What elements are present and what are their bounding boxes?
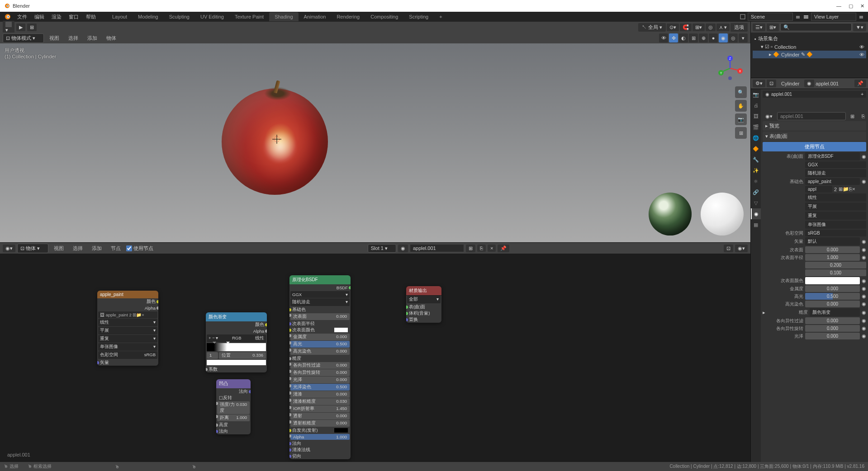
options-dropdown[interactable]: 选项: [730, 23, 748, 32]
aniso-r-value[interactable]: 0.000: [805, 325, 860, 332]
orientation-select[interactable]: ↖ 全局 ▾: [638, 23, 666, 32]
imgtex-colorspace[interactable]: 色彩空间sRGB: [98, 351, 157, 359]
tab-uv[interactable]: UV Editing: [195, 12, 229, 21]
mat-new-icon[interactable]: ⊞: [848, 113, 857, 120]
ne-select-menu[interactable]: 选择: [69, 244, 86, 253]
material-pin-icon[interactable]: 📌: [498, 245, 509, 252]
bsdf-out[interactable]: BSDF: [289, 284, 351, 291]
maximize-button[interactable]: ▢: [849, 3, 853, 9]
bump-height-in[interactable]: 高度: [216, 422, 251, 428]
bsdf-sss[interactable]: 随机游走▾: [290, 298, 350, 306]
bsdf-ior[interactable]: IOR折射率1.450: [290, 405, 350, 412]
tab-scripting[interactable]: Scripting: [403, 12, 434, 21]
bsdf-subsurf-r[interactable]: 次表面半径: [289, 320, 351, 327]
nav-gizmo[interactable]: X Y Z: [716, 55, 744, 82]
source-select[interactable]: 单张图像: [805, 221, 866, 229]
ramp-gradient[interactable]: [207, 343, 266, 351]
ol-scene-collection[interactable]: ▪ 场景集合: [753, 34, 866, 43]
menu-file[interactable]: 文件: [14, 12, 31, 22]
outliner-type-icon[interactable]: ☰▾: [753, 24, 765, 31]
repeat-select[interactable]: 重复: [805, 212, 866, 220]
toolbar-toggle[interactable]: ⊞: [27, 24, 37, 31]
selectability-icon[interactable]: 👁: [659, 33, 668, 42]
specular-value[interactable]: 0.500: [805, 293, 860, 300]
ramp-header[interactable]: 颜色渐变: [206, 312, 267, 321]
principled-bsdf-node[interactable]: 原理化BSDF BSDF GGX▾ 随机游走▾ 基础色 次表面0.000 次表面…: [289, 275, 351, 459]
pan-tool-icon[interactable]: ✋: [735, 100, 747, 112]
surface-section[interactable]: ▾ 表(曲)面: [763, 132, 866, 141]
gizmo-icon[interactable]: ✥: [669, 33, 678, 42]
material-copy-icon[interactable]: ⎘: [477, 245, 486, 252]
cs-select[interactable]: sRGB: [805, 230, 866, 236]
ramp-color-out[interactable]: 颜色: [206, 321, 267, 328]
properties-content[interactable]: ◉ applel.001+ ◉▾ ⊞⎘× ▼▾ ▸ 预览 ▾ 表(曲)面 使用节…: [761, 89, 868, 462]
tab-texture[interactable]: Texture Paint: [229, 12, 269, 21]
ol-cylinder[interactable]: ▸ 🔶 Cylinder ✎ 🔶👁: [753, 51, 866, 58]
shade-material-icon[interactable]: ◉: [719, 33, 728, 42]
outliner-search[interactable]: [780, 23, 852, 31]
viewlayer-browse-icon[interactable]: [858, 14, 864, 20]
xray-icon[interactable]: ⊞: [689, 33, 698, 42]
tab-physics-icon[interactable]: ⚛: [751, 176, 761, 187]
add-workspace-button[interactable]: +: [434, 12, 447, 21]
tab-animation[interactable]: Animation: [299, 12, 332, 21]
outliner[interactable]: ▪ 场景集合 ▾ ☑ ▫ Collection👁 ▸ 🔶 Cylinder ✎ …: [751, 33, 868, 78]
overlay-icon[interactable]: ◐: [679, 33, 688, 42]
proportional-options[interactable]: ⋏ ▾: [716, 24, 730, 31]
proj-select[interactable]: 平展: [805, 203, 866, 211]
mode-select[interactable]: ⊡ 物体模式 ▾: [3, 33, 44, 43]
color-ramp-node[interactable]: 颜色渐变 颜色 Alpha + − ▾RGB线性 1 位置0.336: [206, 312, 267, 372]
ssr1[interactable]: 1.000: [805, 254, 860, 261]
interp-select[interactable]: 线性: [805, 193, 866, 202]
bsdf-alpha[interactable]: Alpha1.000: [290, 434, 350, 440]
ne-editor-type[interactable]: ◉▾: [3, 245, 15, 252]
vp-add-menu[interactable]: 添加: [84, 33, 101, 43]
bsdf-rough[interactable]: 糙度: [289, 355, 351, 362]
pivot-button[interactable]: ⊙▾: [667, 24, 679, 31]
menu-window[interactable]: 窗口: [65, 12, 82, 22]
imgtex-proj[interactable]: 平展▾: [98, 327, 157, 334]
bsdf-transmission[interactable]: 透射0.000: [290, 413, 350, 419]
metallic-value[interactable]: 0.000: [805, 285, 860, 292]
bsdf-aniso-r[interactable]: 各向异性旋转0.000: [290, 369, 350, 376]
bump-normal-in[interactable]: 法向: [216, 428, 251, 434]
ramp-pos[interactable]: 位置0.336: [219, 352, 266, 359]
bsdf-trans-r[interactable]: 透射粗糙度0.000: [290, 420, 350, 427]
viewlayer-input[interactable]: [811, 13, 856, 21]
menu-help[interactable]: 帮助: [82, 12, 100, 22]
ssr2[interactable]: 0.200: [805, 262, 866, 268]
output-displace-in[interactable]: 置换: [406, 316, 441, 323]
image-texture-node[interactable]: apple_paint 颜色 Alpha 🖼 apple_paint 2 ⊞📁×…: [97, 291, 158, 366]
use-nodes-button[interactable]: 使用节点: [763, 142, 866, 151]
bsdf-specular[interactable]: 高光0.500: [290, 341, 350, 348]
output-volume-in[interactable]: 体积(音量): [406, 310, 441, 316]
ne-view-menu[interactable]: 视图: [50, 244, 67, 253]
menu-render[interactable]: 渲染: [48, 12, 65, 22]
3d-viewport[interactable]: 用户透视 (1) Collection | Cylinder X Y Z 🔍 ✋…: [0, 43, 750, 242]
outliner-display-icon[interactable]: ⊞▾: [767, 24, 779, 31]
proportional-button[interactable]: ◎: [706, 24, 716, 31]
vec-select[interactable]: 默认: [805, 237, 860, 245]
bump-header[interactable]: 凹凸: [216, 379, 251, 388]
bsdf-header[interactable]: 原理化BSDF: [289, 275, 351, 284]
imgtex-source[interactable]: 单张图像▾: [98, 343, 157, 351]
preview-section[interactable]: ▸ 预览: [763, 121, 866, 131]
sss-select[interactable]: 随机游走: [805, 169, 866, 177]
vp-view-menu[interactable]: 视图: [46, 33, 63, 43]
ramp-fac-in[interactable]: 系数: [206, 366, 267, 372]
tab-texture-icon[interactable]: ▦: [751, 219, 761, 230]
vp-object-menu[interactable]: 物体: [103, 33, 120, 43]
tab-shading[interactable]: Shading: [269, 12, 298, 21]
tab-rendering[interactable]: Rendering: [331, 12, 365, 21]
zoom-tool-icon[interactable]: 🔍: [735, 86, 747, 98]
ne-overlay-icon[interactable]: ◉▾: [735, 245, 748, 252]
aniso-value[interactable]: 0.000: [805, 317, 860, 324]
tab-compositing[interactable]: Compositing: [365, 12, 403, 21]
surface-shader[interactable]: 原理化BSDF: [805, 152, 860, 160]
mat-name-field[interactable]: [777, 112, 846, 120]
vp-select-menu[interactable]: 选择: [65, 33, 82, 43]
tab-modeling[interactable]: Modeling: [133, 12, 164, 21]
scene-browse-icon[interactable]: [795, 14, 801, 20]
ramp-mode[interactable]: + − ▾RGB线性: [207, 334, 266, 342]
shade-options-icon[interactable]: ▾: [739, 33, 748, 42]
